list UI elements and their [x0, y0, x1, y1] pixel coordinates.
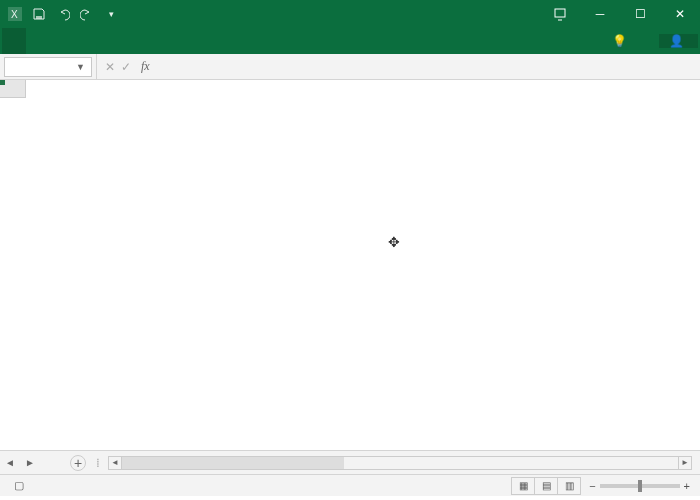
close-button[interactable]: ✕	[660, 0, 700, 28]
formula-input[interactable]	[162, 57, 700, 77]
tab-data[interactable]	[122, 28, 146, 54]
tab-review[interactable]	[146, 28, 170, 54]
tab-insert[interactable]	[50, 28, 74, 54]
macro-record-icon[interactable]: ▢	[14, 479, 24, 492]
view-pagelayout-button[interactable]: ▤	[534, 477, 558, 495]
fx-icon[interactable]: fx	[137, 59, 154, 74]
zoom-in-button[interactable]: +	[684, 480, 690, 492]
zoom-slider[interactable]	[600, 484, 680, 488]
minimize-button[interactable]: ─	[580, 0, 620, 28]
window-controls: ─ ☐ ✕	[540, 0, 700, 28]
formula-bar: ▼ ✕ ✓ fx	[0, 54, 700, 80]
sheet-nav-prev[interactable]: ◄	[0, 451, 20, 475]
zoom-out-button[interactable]: −	[589, 480, 595, 492]
excel-icon: X	[6, 5, 24, 23]
sheet-tab-bar: ◄ ► + ⁞ ◄ ►	[0, 450, 700, 474]
cancel-fx-icon[interactable]: ✕	[105, 60, 115, 74]
status-bar: ▢ ▦ ▤ ▥ − +	[0, 474, 700, 496]
scrollbar-track[interactable]	[122, 456, 678, 470]
tab-formulas[interactable]	[98, 28, 122, 54]
quick-access-toolbar: X ▾	[0, 5, 126, 23]
title-bar: X ▾ ─ ☐ ✕	[0, 0, 700, 28]
horizontal-scrollbar[interactable]: ◄ ►	[108, 456, 692, 470]
zoom-slider-thumb[interactable]	[638, 480, 642, 492]
svg-text:X: X	[11, 9, 18, 20]
tell-me[interactable]: 💡	[604, 34, 639, 48]
scroll-right-button[interactable]: ►	[678, 456, 692, 470]
svg-rect-3	[555, 9, 565, 17]
save-icon[interactable]	[30, 5, 48, 23]
ribbon-options-icon[interactable]	[540, 0, 580, 28]
view-normal-button[interactable]: ▦	[511, 477, 535, 495]
tab-layout[interactable]	[74, 28, 98, 54]
tab-file[interactable]	[2, 28, 26, 54]
tab-home[interactable]	[26, 28, 50, 54]
grid-area: ✥	[0, 80, 700, 450]
ribbon-tabs: 💡 👤	[0, 28, 700, 54]
svg-rect-2	[36, 16, 42, 19]
tab-developer[interactable]	[194, 28, 218, 54]
tab-view[interactable]	[170, 28, 194, 54]
redo-icon[interactable]	[78, 5, 96, 23]
share-icon: 👤	[669, 34, 684, 48]
sheet-divider: ⁞	[96, 456, 100, 470]
zoom-controls: − +	[589, 480, 694, 492]
lightbulb-icon: 💡	[612, 34, 627, 48]
name-box[interactable]: ▼	[4, 57, 92, 77]
view-pagebreak-button[interactable]: ▥	[557, 477, 581, 495]
qat-dropdown-icon[interactable]: ▾	[102, 5, 120, 23]
share-button[interactable]: 👤	[659, 34, 698, 48]
maximize-button[interactable]: ☐	[620, 0, 660, 28]
accept-fx-icon[interactable]: ✓	[121, 60, 131, 74]
cell-cursor-icon: ✥	[388, 234, 400, 250]
formula-bar-buttons: ✕ ✓ fx	[97, 59, 162, 74]
undo-icon[interactable]	[54, 5, 72, 23]
scroll-left-button[interactable]: ◄	[108, 456, 122, 470]
chevron-down-icon[interactable]: ▼	[76, 62, 85, 72]
add-sheet-button[interactable]: +	[70, 455, 86, 471]
sheet-nav-next[interactable]: ►	[20, 451, 40, 475]
scrollbar-thumb[interactable]	[122, 457, 344, 469]
select-all-triangle[interactable]	[0, 80, 26, 98]
